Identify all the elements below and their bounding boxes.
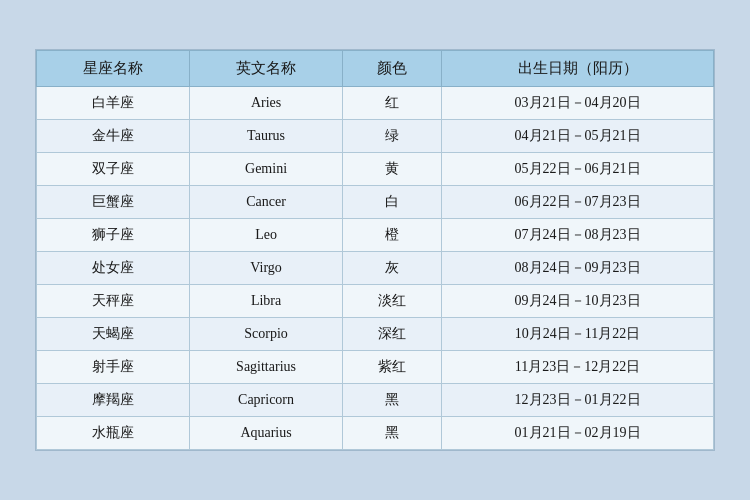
cell-color: 淡红 — [343, 285, 442, 318]
cell-color: 绿 — [343, 120, 442, 153]
cell-english_name: Aquarius — [190, 417, 343, 450]
table-row: 射手座Sagittarius紫红11月23日－12月22日 — [37, 351, 714, 384]
table-row: 摩羯座Capricorn黑12月23日－01月22日 — [37, 384, 714, 417]
cell-color: 黄 — [343, 153, 442, 186]
table-header-row: 星座名称英文名称颜色出生日期（阳历） — [37, 51, 714, 87]
cell-birth_date: 05月22日－06月21日 — [442, 153, 714, 186]
cell-chinese_name: 摩羯座 — [37, 384, 190, 417]
cell-birth_date: 07月24日－08月23日 — [442, 219, 714, 252]
cell-birth_date: 12月23日－01月22日 — [442, 384, 714, 417]
cell-birth_date: 03月21日－04月20日 — [442, 87, 714, 120]
cell-birth_date: 01月21日－02月19日 — [442, 417, 714, 450]
cell-color: 橙 — [343, 219, 442, 252]
table-row: 巨蟹座Cancer白06月22日－07月23日 — [37, 186, 714, 219]
cell-chinese_name: 双子座 — [37, 153, 190, 186]
table-row: 天秤座Libra淡红09月24日－10月23日 — [37, 285, 714, 318]
cell-english_name: Libra — [190, 285, 343, 318]
cell-birth_date: 06月22日－07月23日 — [442, 186, 714, 219]
table-row: 处女座Virgo灰08月24日－09月23日 — [37, 252, 714, 285]
cell-chinese_name: 金牛座 — [37, 120, 190, 153]
cell-color: 紫红 — [343, 351, 442, 384]
table-row: 狮子座Leo橙07月24日－08月23日 — [37, 219, 714, 252]
column-header-chinese_name: 星座名称 — [37, 51, 190, 87]
cell-color: 深红 — [343, 318, 442, 351]
table-row: 白羊座Aries红03月21日－04月20日 — [37, 87, 714, 120]
cell-chinese_name: 水瓶座 — [37, 417, 190, 450]
zodiac-table: 星座名称英文名称颜色出生日期（阳历） 白羊座Aries红03月21日－04月20… — [36, 50, 714, 450]
table-row: 天蝎座Scorpio深红10月24日－11月22日 — [37, 318, 714, 351]
cell-birth_date: 04月21日－05月21日 — [442, 120, 714, 153]
cell-chinese_name: 狮子座 — [37, 219, 190, 252]
cell-chinese_name: 巨蟹座 — [37, 186, 190, 219]
column-header-english_name: 英文名称 — [190, 51, 343, 87]
cell-chinese_name: 射手座 — [37, 351, 190, 384]
cell-color: 黑 — [343, 417, 442, 450]
table-row: 双子座Gemini黄05月22日－06月21日 — [37, 153, 714, 186]
table-row: 金牛座Taurus绿04月21日－05月21日 — [37, 120, 714, 153]
table-row: 水瓶座Aquarius黑01月21日－02月19日 — [37, 417, 714, 450]
cell-english_name: Capricorn — [190, 384, 343, 417]
cell-color: 白 — [343, 186, 442, 219]
cell-english_name: Gemini — [190, 153, 343, 186]
cell-english_name: Leo — [190, 219, 343, 252]
cell-birth_date: 11月23日－12月22日 — [442, 351, 714, 384]
cell-english_name: Taurus — [190, 120, 343, 153]
cell-english_name: Scorpio — [190, 318, 343, 351]
cell-color: 黑 — [343, 384, 442, 417]
column-header-birth_date: 出生日期（阳历） — [442, 51, 714, 87]
zodiac-table-container: 星座名称英文名称颜色出生日期（阳历） 白羊座Aries红03月21日－04月20… — [35, 49, 715, 451]
cell-color: 灰 — [343, 252, 442, 285]
cell-english_name: Aries — [190, 87, 343, 120]
cell-birth_date: 10月24日－11月22日 — [442, 318, 714, 351]
cell-english_name: Virgo — [190, 252, 343, 285]
cell-chinese_name: 白羊座 — [37, 87, 190, 120]
cell-chinese_name: 处女座 — [37, 252, 190, 285]
cell-english_name: Cancer — [190, 186, 343, 219]
cell-color: 红 — [343, 87, 442, 120]
cell-birth_date: 09月24日－10月23日 — [442, 285, 714, 318]
cell-chinese_name: 天蝎座 — [37, 318, 190, 351]
cell-chinese_name: 天秤座 — [37, 285, 190, 318]
cell-english_name: Sagittarius — [190, 351, 343, 384]
cell-birth_date: 08月24日－09月23日 — [442, 252, 714, 285]
column-header-color: 颜色 — [343, 51, 442, 87]
